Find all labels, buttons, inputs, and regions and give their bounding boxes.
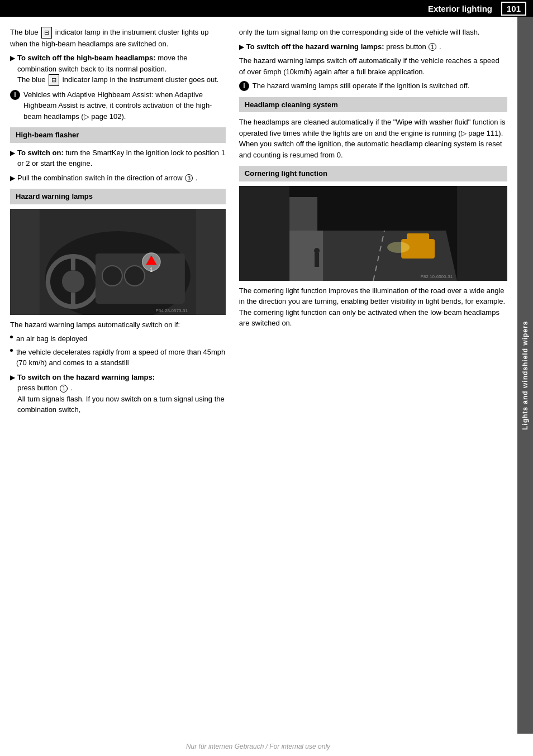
section-heading-cornering: Cornering light function bbox=[239, 166, 507, 181]
hazard-auto-text: The hazard warning lamps switch off auto… bbox=[239, 55, 507, 77]
arrow-content-1: To switch off the high-beam headlamps: m… bbox=[17, 52, 226, 86]
hazard-dot-item-1: an air bag is deployed bbox=[10, 333, 226, 344]
svg-point-10 bbox=[102, 266, 122, 286]
section-heading-headlamp-cleaning: Headlamp cleaning system bbox=[239, 97, 507, 113]
pull-switch-text2: . bbox=[196, 174, 198, 182]
info-content-2: The hazard warning lamps still operate i… bbox=[253, 80, 507, 92]
arrow-item-switch-on: ▶ To switch on: turn the SmartKey in the… bbox=[10, 147, 226, 169]
pull-switch-text: Pull the combination switch in the direc… bbox=[17, 174, 183, 182]
intro-paragraph: The blue ⊟ indicator lamp in the instrum… bbox=[10, 27, 226, 49]
arrow-item-switch-on-hazard: ▶ To switch on the hazard warning lamps:… bbox=[10, 372, 226, 415]
svg-text:P82 10-6500-31: P82 10-6500-31 bbox=[421, 274, 453, 279]
hazard-arrow-on-text1: press button bbox=[17, 384, 58, 392]
arrow-bullet-2: ▶ bbox=[10, 148, 15, 158]
arrow-item-switch-off-highbeam: ▶ To switch off the high-beam headlamps:… bbox=[10, 52, 226, 86]
arrow-content-hazard-on: To switch on the hazard warning lamps: p… bbox=[17, 372, 226, 415]
arrow-item-switch-off-hazard: ▶ To switch off the hazard warning lamps… bbox=[239, 41, 507, 52]
svg-rect-19 bbox=[407, 233, 429, 245]
hazard-dashboard-svg: 1 P54 28-0573-31 bbox=[10, 209, 226, 315]
svg-point-11 bbox=[125, 266, 145, 286]
info-bullet-1: i bbox=[10, 90, 20, 100]
hazard-off-text2: . bbox=[439, 42, 441, 51]
hazard-arrow-on-text2: . bbox=[70, 384, 73, 392]
main-content: The blue ⊟ indicator lamp in the instrum… bbox=[0, 17, 516, 429]
circle-1-off: 1 bbox=[429, 43, 436, 51]
arrow-bullet-hazard-off: ▶ bbox=[239, 42, 244, 52]
footer-text: Nur für internen Gebrauch / For internal… bbox=[186, 743, 330, 750]
arrow-content-3: Pull the combination switch in the direc… bbox=[17, 173, 226, 184]
cornering-svg: P82 10-6500-31 bbox=[239, 186, 507, 281]
high-beam-icon-2: ⊟ bbox=[49, 74, 59, 86]
right-column: only the turn signal lamp on the corresp… bbox=[232, 22, 516, 423]
page-header: Exterior lighting 101 bbox=[0, 0, 533, 17]
hazard-dot-1-text: an air bag is deployed bbox=[16, 333, 87, 344]
arrow-content-2: To switch on: turn the SmartKey in the i… bbox=[17, 147, 226, 169]
arrow-text-2-blue: The blue bbox=[17, 75, 46, 84]
page-footer: Nur für internen Gebrauch / For internal… bbox=[0, 743, 516, 750]
section-heading-highbeam-flasher: High-beam flasher bbox=[10, 127, 226, 143]
arrow-bullet-3: ▶ bbox=[10, 173, 15, 183]
dot-bullet-1 bbox=[10, 336, 13, 338]
arrow-text-3: indicator lamp in the instrument cluster… bbox=[63, 75, 219, 84]
dot-bullet-2 bbox=[10, 349, 13, 352]
page-number: 101 bbox=[501, 2, 526, 16]
arrow-label-2: To switch on: bbox=[17, 149, 64, 157]
arrow-item-pull-switch: ▶ Pull the combination switch in the dir… bbox=[10, 173, 226, 184]
left-column: The blue ⊟ indicator lamp in the instrum… bbox=[0, 22, 232, 423]
hazard-dot-item-2: the vehicle decelerates rapidly from a s… bbox=[10, 347, 226, 369]
sidebar-label: Lights and windshield wipers bbox=[517, 17, 533, 734]
hazard-intro-text: The hazard warning lamps automatically s… bbox=[10, 319, 226, 331]
section-heading-hazard: Hazard warning lamps bbox=[10, 189, 226, 204]
hazard-image: 1 P54 28-0573-31 bbox=[10, 209, 226, 315]
svg-rect-21 bbox=[315, 253, 319, 267]
info-bullet-2: i bbox=[239, 81, 249, 91]
info-content-1: Vehicles with Adaptive Highbeam Assist: … bbox=[23, 89, 226, 122]
arrow-bullet-hazard-on: ▶ bbox=[10, 372, 15, 382]
headlamp-cleaning-text: The headlamps are cleaned automatically … bbox=[239, 117, 507, 160]
svg-text:1: 1 bbox=[150, 267, 153, 273]
hazard-arrow-on-label: To switch on the hazard warning lamps: bbox=[17, 373, 155, 381]
circle-1-on: 1 bbox=[60, 385, 68, 393]
hazard-off-text1: press button bbox=[386, 42, 426, 51]
arrow-label-1: To switch off the high-beam headlamps: bbox=[17, 54, 156, 62]
hazard-arrow-on-text3: All turn signals flash. If you now switc… bbox=[17, 395, 225, 414]
intro-text-rest: indicator lamp in the instrument cluster… bbox=[10, 28, 208, 48]
cornering-text: The cornering light function improves th… bbox=[239, 285, 507, 329]
circle-3: 3 bbox=[185, 174, 193, 182]
svg-rect-17 bbox=[289, 197, 317, 231]
svg-text:P54 28-0573-31: P54 28-0573-31 bbox=[156, 308, 188, 313]
hazard-dot-2-text: the vehicle decelerates rapidly from a s… bbox=[16, 347, 226, 369]
hazard-section: Hazard warning lamps bbox=[10, 189, 226, 415]
svg-point-3 bbox=[62, 270, 84, 293]
turn-signal-text: only the turn signal lamp on the corresp… bbox=[239, 27, 507, 38]
high-beam-icon: ⊟ bbox=[41, 27, 52, 39]
svg-point-20 bbox=[387, 242, 410, 253]
cornering-image: P82 10-6500-31 bbox=[239, 186, 507, 281]
arrow-content-hazard-off: To switch off the hazard warning lamps: … bbox=[246, 41, 507, 52]
svg-point-22 bbox=[314, 248, 320, 253]
intro-text-blue: The blue bbox=[10, 28, 39, 36]
page-title: Exterior lighting bbox=[7, 4, 501, 13]
info-item-adaptive: i Vehicles with Adaptive Highbeam Assist… bbox=[10, 89, 226, 122]
hazard-off-label: To switch off the hazard warning lamps: bbox=[246, 42, 384, 51]
arrow-bullet-1: ▶ bbox=[10, 53, 15, 63]
info-item-hazard-ignition: i The hazard warning lamps still operate… bbox=[239, 80, 507, 92]
